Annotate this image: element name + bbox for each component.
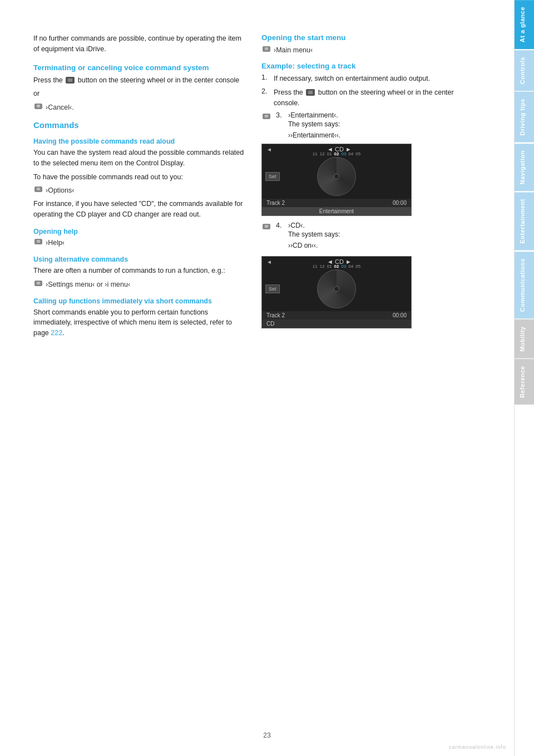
- mic-icon-mainmenu: [261, 45, 271, 55]
- section1-para: Press the button on the steering wheel o…: [33, 75, 245, 86]
- set-button-1: Set: [265, 172, 280, 181]
- step-4-row: 4. ›CD‹. The system says: ››CD on‹‹.: [261, 222, 473, 252]
- subsec1-para: You can have the system read aloud the p…: [33, 148, 245, 169]
- step-1: 1. If necessary, switch on entertainment…: [261, 73, 473, 84]
- svg-rect-8: [37, 282, 40, 284]
- help-command: ›Help‹: [33, 238, 245, 248]
- subsec1-para2: To have the possible commands read out t…: [33, 172, 245, 183]
- main-menu-text: ›Main menu‹: [274, 46, 313, 54]
- step-4-content: 4. ›CD‹. The system says: ››CD on‹‹.: [276, 222, 340, 252]
- cancel-command: ›Cancel‹.: [33, 102, 245, 112]
- mic-icon-step3: [261, 112, 271, 122]
- cd-entertainment-label: Entertainment: [262, 207, 411, 215]
- mic-icon-step4: [261, 223, 271, 233]
- sidebar-tab-reference[interactable]: Reference: [515, 359, 534, 405]
- svg-rect-4: [37, 188, 40, 190]
- svg-rect-12: [265, 115, 268, 117]
- section1-or: or: [33, 89, 245, 99]
- disc-1: [317, 157, 356, 196]
- example-heading: Example: selecting a track: [261, 62, 473, 70]
- svg-rect-10: [265, 47, 268, 50]
- mic-icon-options: [33, 185, 43, 195]
- svg-point-2: [38, 105, 39, 106]
- cd-display-2: ◄ ◄ CD ► Set 11 12 01 02 03 04: [261, 256, 412, 328]
- step-2: 2. Press the button on the steering whee…: [261, 87, 473, 109]
- right-column: Opening the start menu ›Main menu‹ Examp…: [261, 33, 473, 723]
- set-button-2: Set: [265, 284, 280, 293]
- step-3-row: 3. ›Entertainment‹. The system says: ››E…: [261, 111, 473, 141]
- cd-body-2: Set 11 12 01 02 03 04 05: [262, 267, 411, 311]
- sidebar-tab-mobility[interactable]: Mobility: [515, 320, 534, 359]
- cd-nav-left-1: ◄: [266, 146, 272, 153]
- cancel-text: ›Cancel‹.: [46, 104, 74, 111]
- subsec1-para3: For instance, if you have selected "CD",…: [33, 199, 245, 220]
- subsec3-heading: Using alternative commands: [33, 256, 245, 263]
- options-command: ›Options‹: [33, 185, 245, 195]
- watermark: carmanualonline.info: [449, 744, 506, 750]
- cd-nav-left-2: ◄: [266, 259, 272, 265]
- mic-icon-settings: [33, 279, 43, 289]
- disc-2: [317, 269, 356, 308]
- main-menu-command: ›Main menu‹: [261, 45, 473, 55]
- sidebar-tab-navigation[interactable]: Navigation: [515, 144, 534, 191]
- step-3-content: 3. ›Entertainment‹. The system says: ››E…: [276, 111, 340, 141]
- svg-rect-6: [37, 240, 40, 243]
- sidebar: At a glance Controls Driving tips Naviga…: [514, 0, 534, 756]
- cd-display-1: ◄ ◄ CD ► Set 11 12 01 02 03 04: [261, 144, 412, 216]
- page-222-link[interactable]: 222: [51, 329, 62, 337]
- subsec4-heading: Calling up functions immediately via sho…: [33, 297, 245, 305]
- help-text: ›Help‹: [46, 239, 65, 247]
- sidebar-tab-driving-tips[interactable]: Driving tips: [515, 92, 534, 143]
- left-column: If no further commands are possible, con…: [33, 33, 245, 723]
- page-number: 23: [263, 732, 270, 739]
- subsec1-heading: Having the possible commands read aloud: [33, 138, 245, 145]
- options-text: ›Options‹: [46, 186, 74, 194]
- start-menu-heading: Opening the start menu: [261, 33, 473, 42]
- settings-command: ›Settings menu‹ or ›i menu‹: [33, 279, 245, 289]
- intro-text: If no further commands are possible, con…: [33, 33, 245, 55]
- subsec3-para: There are often a number of commands to …: [33, 266, 245, 276]
- button-icon: [66, 77, 75, 84]
- sidebar-tab-communications[interactable]: Communications: [515, 252, 534, 318]
- button-icon-step2: [306, 89, 315, 96]
- cd-footer-2: Track 2 00:00: [262, 311, 411, 320]
- sidebar-tab-at-a-glance[interactable]: At a glance: [515, 0, 534, 49]
- commands-heading: Commands: [33, 120, 245, 130]
- disc-center-2: [334, 286, 339, 292]
- section1-heading: Terminating or canceling voice command s…: [33, 63, 245, 72]
- disc-center-1: [334, 174, 339, 179]
- subsec2-heading: Opening help: [33, 228, 245, 235]
- cd-footer-1: Track 2 00:00: [262, 199, 411, 207]
- sidebar-tab-controls[interactable]: Controls: [515, 50, 534, 91]
- cd-body-1: Set 11 12 01 02 03 04 05: [262, 154, 411, 199]
- cd-cd-label: CD: [262, 320, 411, 328]
- sidebar-tab-entertainment[interactable]: Entertainment: [515, 192, 534, 250]
- svg-rect-14: [265, 225, 268, 228]
- settings-text: ›Settings menu‹ or ›i menu‹: [46, 281, 130, 288]
- mic-icon-help: [33, 238, 43, 248]
- subsec4-para: Short commands enable you to perform cer…: [33, 307, 245, 338]
- mic-icon: [33, 102, 43, 112]
